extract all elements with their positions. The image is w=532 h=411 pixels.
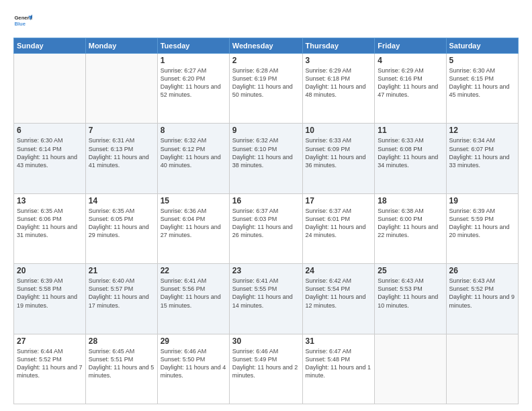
day-info: Sunrise: 6:39 AMSunset: 5:58 PMDaylight:… xyxy=(17,277,83,310)
calendar-cell xyxy=(375,334,446,404)
day-number: 1 xyxy=(161,56,226,65)
day-info: Sunrise: 6:28 AMSunset: 6:19 PMDaylight:… xyxy=(232,66,300,99)
calendar-cell: 9Sunrise: 6:32 AMSunset: 6:10 PMDaylight… xyxy=(229,124,302,193)
calendar-cell: 23Sunrise: 6:41 AMSunset: 5:55 PMDayligh… xyxy=(229,264,302,334)
day-number: 18 xyxy=(378,196,443,205)
day-info: Sunrise: 6:33 AMSunset: 6:09 PMDaylight:… xyxy=(306,136,372,169)
svg-text:Blue: Blue xyxy=(14,21,26,27)
day-info: Sunrise: 6:44 AMSunset: 5:52 PMDaylight:… xyxy=(17,347,83,380)
day-number: 31 xyxy=(306,336,372,346)
day-number: 9 xyxy=(232,126,300,135)
calendar-week-row: 6Sunrise: 6:30 AMSunset: 6:14 PMDaylight… xyxy=(14,124,519,193)
calendar-cell: 15Sunrise: 6:36 AMSunset: 6:04 PMDayligh… xyxy=(157,193,229,263)
calendar-cell: 19Sunrise: 6:39 AMSunset: 5:59 PMDayligh… xyxy=(446,193,518,263)
calendar-cell: 28Sunrise: 6:45 AMSunset: 5:51 PMDayligh… xyxy=(85,334,157,404)
calendar-cell: 12Sunrise: 6:34 AMSunset: 6:07 PMDayligh… xyxy=(446,124,518,193)
day-info: Sunrise: 6:37 AMSunset: 6:03 PMDaylight:… xyxy=(232,207,300,240)
logo: General Blue xyxy=(13,12,32,31)
day-info: Sunrise: 6:39 AMSunset: 5:59 PMDaylight:… xyxy=(449,207,515,240)
day-info: Sunrise: 6:35 AMSunset: 6:06 PMDaylight:… xyxy=(17,207,83,240)
day-number: 23 xyxy=(232,266,300,275)
day-number: 16 xyxy=(232,196,300,205)
day-number: 5 xyxy=(449,56,515,65)
day-number: 26 xyxy=(449,266,515,275)
calendar-cell: 3Sunrise: 6:29 AMSunset: 6:18 PMDaylight… xyxy=(302,54,375,124)
day-number: 13 xyxy=(17,196,83,205)
day-info: Sunrise: 6:43 AMSunset: 5:53 PMDaylight:… xyxy=(378,277,443,310)
calendar-header-friday: Friday xyxy=(375,38,446,54)
day-info: Sunrise: 6:41 AMSunset: 5:55 PMDaylight:… xyxy=(232,277,300,310)
calendar-week-row: 20Sunrise: 6:39 AMSunset: 5:58 PMDayligh… xyxy=(14,264,519,334)
calendar-cell xyxy=(14,54,86,124)
calendar-cell: 13Sunrise: 6:35 AMSunset: 6:06 PMDayligh… xyxy=(14,193,86,263)
day-info: Sunrise: 6:29 AMSunset: 6:16 PMDaylight:… xyxy=(378,66,443,99)
day-info: Sunrise: 6:32 AMSunset: 6:10 PMDaylight:… xyxy=(232,136,300,169)
day-info: Sunrise: 6:35 AMSunset: 6:05 PMDaylight:… xyxy=(89,207,154,240)
calendar-header-tuesday: Tuesday xyxy=(157,38,229,54)
day-info: Sunrise: 6:30 AMSunset: 6:15 PMDaylight:… xyxy=(449,66,515,99)
calendar-cell: 8Sunrise: 6:32 AMSunset: 6:12 PMDaylight… xyxy=(157,124,229,193)
day-number: 22 xyxy=(161,266,226,275)
calendar-cell: 26Sunrise: 6:43 AMSunset: 5:52 PMDayligh… xyxy=(446,264,518,334)
calendar-header-saturday: Saturday xyxy=(446,38,518,54)
day-number: 24 xyxy=(306,266,372,275)
calendar-cell: 4Sunrise: 6:29 AMSunset: 6:16 PMDaylight… xyxy=(375,54,446,124)
day-number: 2 xyxy=(232,56,300,65)
calendar-week-row: 27Sunrise: 6:44 AMSunset: 5:52 PMDayligh… xyxy=(14,334,519,404)
header: General Blue xyxy=(13,12,519,31)
calendar-cell: 24Sunrise: 6:42 AMSunset: 5:54 PMDayligh… xyxy=(302,264,375,334)
day-number: 8 xyxy=(161,126,226,135)
calendar-table: SundayMondayTuesdayWednesdayThursdayFrid… xyxy=(13,38,519,404)
calendar-week-row: 13Sunrise: 6:35 AMSunset: 6:06 PMDayligh… xyxy=(14,193,519,263)
calendar-header-wednesday: Wednesday xyxy=(229,38,302,54)
day-number: 15 xyxy=(161,196,226,205)
day-number: 30 xyxy=(232,336,300,346)
calendar-cell: 31Sunrise: 6:47 AMSunset: 5:48 PMDayligh… xyxy=(302,334,375,404)
day-number: 12 xyxy=(449,126,515,135)
day-info: Sunrise: 6:40 AMSunset: 5:57 PMDaylight:… xyxy=(89,277,154,310)
day-number: 6 xyxy=(17,126,83,135)
calendar-cell: 16Sunrise: 6:37 AMSunset: 6:03 PMDayligh… xyxy=(229,193,302,263)
calendar-cell: 21Sunrise: 6:40 AMSunset: 5:57 PMDayligh… xyxy=(85,264,157,334)
day-number: 17 xyxy=(306,196,372,205)
day-info: Sunrise: 6:31 AMSunset: 6:13 PMDaylight:… xyxy=(89,136,154,169)
day-info: Sunrise: 6:46 AMSunset: 5:50 PMDaylight:… xyxy=(161,347,226,380)
day-info: Sunrise: 6:32 AMSunset: 6:12 PMDaylight:… xyxy=(161,136,226,169)
day-number: 20 xyxy=(17,266,83,275)
calendar-cell: 29Sunrise: 6:46 AMSunset: 5:50 PMDayligh… xyxy=(157,334,229,404)
calendar-cell: 17Sunrise: 6:37 AMSunset: 6:01 PMDayligh… xyxy=(302,193,375,263)
day-number: 28 xyxy=(89,336,154,346)
day-number: 27 xyxy=(17,336,83,346)
page: General Blue SundayMondayTuesdayWednesda… xyxy=(0,0,532,411)
day-number: 19 xyxy=(449,196,515,205)
day-info: Sunrise: 6:29 AMSunset: 6:18 PMDaylight:… xyxy=(306,66,372,99)
day-info: Sunrise: 6:34 AMSunset: 6:07 PMDaylight:… xyxy=(449,136,515,169)
calendar-cell: 18Sunrise: 6:38 AMSunset: 6:00 PMDayligh… xyxy=(375,193,446,263)
day-info: Sunrise: 6:38 AMSunset: 6:00 PMDaylight:… xyxy=(378,207,443,240)
calendar-cell xyxy=(85,54,157,124)
day-info: Sunrise: 6:41 AMSunset: 5:56 PMDaylight:… xyxy=(161,277,226,310)
day-number: 11 xyxy=(378,126,443,135)
calendar-header-thursday: Thursday xyxy=(302,38,375,54)
calendar-header-row: SundayMondayTuesdayWednesdayThursdayFrid… xyxy=(14,38,519,54)
day-number: 7 xyxy=(89,126,154,135)
day-info: Sunrise: 6:42 AMSunset: 5:54 PMDaylight:… xyxy=(306,277,372,310)
calendar-cell: 6Sunrise: 6:30 AMSunset: 6:14 PMDaylight… xyxy=(14,124,86,193)
day-info: Sunrise: 6:36 AMSunset: 6:04 PMDaylight:… xyxy=(161,207,226,240)
day-info: Sunrise: 6:33 AMSunset: 6:08 PMDaylight:… xyxy=(378,136,443,169)
calendar-cell: 2Sunrise: 6:28 AMSunset: 6:19 PMDaylight… xyxy=(229,54,302,124)
calendar-header-monday: Monday xyxy=(85,38,157,54)
calendar-cell: 5Sunrise: 6:30 AMSunset: 6:15 PMDaylight… xyxy=(446,54,518,124)
day-info: Sunrise: 6:47 AMSunset: 5:48 PMDaylight:… xyxy=(306,347,372,380)
day-number: 3 xyxy=(306,56,372,65)
calendar-cell: 7Sunrise: 6:31 AMSunset: 6:13 PMDaylight… xyxy=(85,124,157,193)
day-info: Sunrise: 6:46 AMSunset: 5:49 PMDaylight:… xyxy=(232,347,300,380)
day-info: Sunrise: 6:37 AMSunset: 6:01 PMDaylight:… xyxy=(306,207,372,240)
calendar-cell xyxy=(446,334,518,404)
calendar-cell: 20Sunrise: 6:39 AMSunset: 5:58 PMDayligh… xyxy=(14,264,86,334)
day-number: 25 xyxy=(378,266,443,275)
day-number: 10 xyxy=(306,126,372,135)
calendar-cell: 1Sunrise: 6:27 AMSunset: 6:20 PMDaylight… xyxy=(157,54,229,124)
day-number: 21 xyxy=(89,266,154,275)
calendar-cell: 25Sunrise: 6:43 AMSunset: 5:53 PMDayligh… xyxy=(375,264,446,334)
